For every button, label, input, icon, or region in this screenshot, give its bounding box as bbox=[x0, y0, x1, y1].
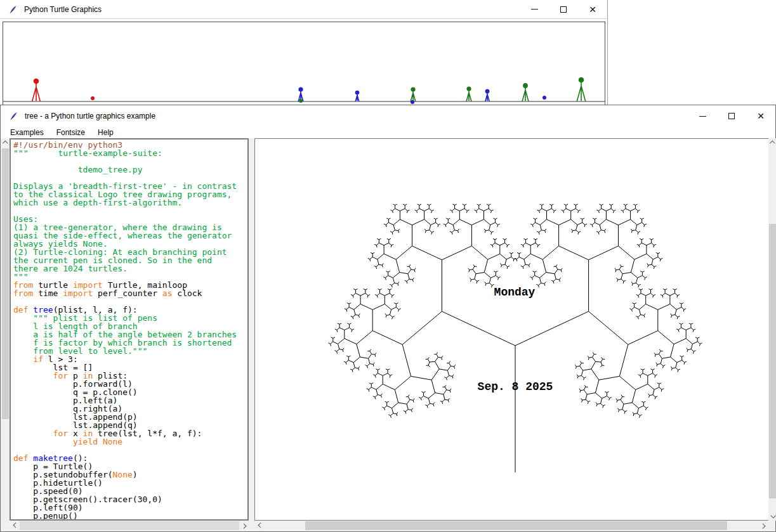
turtle-pin bbox=[543, 96, 546, 100]
fractal-tree-drawing: Monday Sep. 8 2025 bbox=[255, 139, 768, 520]
source-code: #!/usr/bin/env python3""" turtle-example… bbox=[11, 139, 247, 521]
bg-window-title: Python Turtle Graphics bbox=[24, 5, 102, 14]
turtle-pin bbox=[485, 89, 490, 101]
turtle-pin bbox=[577, 77, 586, 101]
code-hscroll-thumb[interactable] bbox=[20, 521, 239, 530]
scroll-right-arrow-icon[interactable] bbox=[759, 521, 767, 530]
code-horizontal-scrollbar[interactable] bbox=[10, 521, 249, 531]
fg-close-button[interactable]: × bbox=[746, 105, 775, 127]
canvas-horizontal-scrollbar[interactable] bbox=[254, 521, 769, 531]
turtle-pin bbox=[522, 83, 529, 101]
canvas-hscroll-thumb[interactable] bbox=[305, 521, 727, 530]
turtle-pins-drawing bbox=[3, 22, 605, 105]
canvas-label-weekday: Monday bbox=[494, 286, 536, 299]
fg-minimize-button[interactable] bbox=[688, 105, 717, 127]
turtle-pin bbox=[299, 99, 303, 103]
tree-demo-window: tree - a Python turtle graphics example … bbox=[0, 105, 776, 532]
scroll-up-arrow-icon[interactable] bbox=[768, 138, 776, 147]
fg-maximize-button[interactable] bbox=[717, 105, 746, 127]
scroll-left-arrow-icon[interactable] bbox=[11, 521, 19, 530]
bottom-scroll-row bbox=[1, 521, 775, 531]
bg-minimize-button[interactable] bbox=[520, 0, 549, 18]
bg-close-button[interactable]: × bbox=[578, 0, 607, 18]
code-vertical-scrollbar[interactable] bbox=[1, 138, 10, 531]
scroll-left-arrow-icon[interactable] bbox=[256, 521, 264, 530]
pane-sash[interactable] bbox=[249, 138, 254, 521]
scroll-right-arrow-icon[interactable] bbox=[240, 521, 248, 530]
tk-feather-icon bbox=[9, 111, 19, 121]
menu-help[interactable]: Help bbox=[93, 127, 118, 138]
bg-titlebar[interactable]: Python Turtle Graphics × bbox=[0, 0, 607, 19]
turtle-pin bbox=[466, 86, 471, 101]
menu-examples[interactable]: Examples bbox=[6, 127, 48, 138]
scroll-up-arrow-icon[interactable] bbox=[1, 138, 10, 147]
scroll-down-arrow-icon[interactable] bbox=[768, 512, 776, 521]
code-vscroll-thumb[interactable] bbox=[2, 148, 9, 419]
menu-bar: Examples Fontsize Help bbox=[1, 127, 775, 138]
turtle-pin bbox=[32, 79, 41, 101]
code-pane[interactable]: #!/usr/bin/env python3""" turtle-example… bbox=[10, 138, 249, 521]
tree-path bbox=[329, 204, 702, 472]
turtle-pin bbox=[411, 100, 414, 104]
turtle-pin bbox=[91, 96, 95, 100]
fg-window-title: tree - a Python turtle graphics example bbox=[25, 112, 155, 120]
turtle-canvas[interactable]: Monday Sep. 8 2025 bbox=[254, 138, 769, 521]
fg-titlebar[interactable]: tree - a Python turtle graphics example … bbox=[1, 105, 775, 127]
canvas-vertical-scrollbar[interactable] bbox=[768, 138, 776, 521]
menu-fontsize[interactable]: Fontsize bbox=[52, 127, 89, 138]
canvas-vscroll-thumb[interactable] bbox=[769, 224, 776, 498]
bg-maximize-button[interactable] bbox=[549, 0, 578, 18]
canvas-label-date: Sep. 8 2025 bbox=[478, 380, 553, 393]
tk-feather-icon bbox=[8, 4, 18, 15]
turtle-pin bbox=[411, 87, 416, 101]
turtle-pin bbox=[355, 91, 360, 101]
